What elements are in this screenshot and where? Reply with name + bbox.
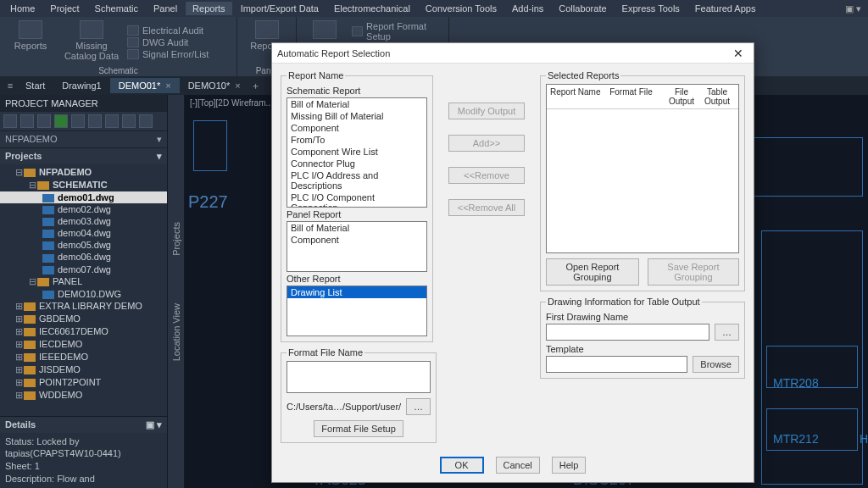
tree-folder[interactable]: ⊟PANEL (0, 275, 167, 288)
list-item-selected[interactable]: Drawing List (287, 286, 426, 298)
first-drawing-browse-button[interactable]: … (715, 324, 739, 341)
selected-reports-table[interactable]: Report Name Format File File Output Tabl… (546, 84, 739, 253)
remove-button[interactable]: <<Remove (448, 167, 525, 184)
tree-dwg[interactable]: demo04.dwg (0, 227, 167, 239)
projects-section-header[interactable]: Projects▾ (0, 147, 167, 164)
signal-error-button[interactable]: Signal Error/List (127, 48, 209, 60)
format-file-box[interactable] (287, 361, 431, 393)
dialog-titlebar[interactable]: Automatic Report Selection ✕ (272, 43, 754, 64)
dwg-audit-button[interactable]: DWG Audit (127, 36, 209, 48)
side-tab-projects[interactable]: Projects (170, 215, 183, 263)
modify-output-button[interactable]: Modify Output (448, 103, 525, 119)
list-item[interactable]: Component (287, 122, 426, 134)
cancel-button[interactable]: Cancel (496, 457, 540, 474)
side-tab-location[interactable]: Location View (170, 297, 183, 368)
report-format-setup-button[interactable]: Report Format Setup (352, 20, 443, 42)
list-item[interactable]: Connector Plug (287, 158, 426, 169)
list-item[interactable]: From/To (287, 134, 426, 146)
tree-project[interactable]: ⊞EXTRA LIBRARY DEMO (0, 300, 167, 313)
details-header[interactable]: Details▣ ▾ (0, 417, 167, 433)
ribbon-tab[interactable]: Conversion Tools (419, 2, 504, 15)
doc-tab[interactable]: DEMO10*× (180, 78, 249, 93)
app-indicator[interactable]: ▣ ▾ (845, 3, 868, 14)
open-report-grouping-button[interactable]: Open Report Grouping (546, 258, 639, 286)
tree-dwg[interactable]: demo06.dwg (0, 251, 167, 263)
format-file-setup-button[interactable]: Format File Setup (314, 420, 403, 437)
list-item[interactable]: Bill of Material (287, 222, 426, 234)
pm-tool-icon[interactable] (37, 114, 51, 128)
catalog-icon (80, 20, 103, 39)
save-report-grouping-button[interactable]: Save Report Grouping (648, 258, 739, 286)
tree-dwg[interactable]: demo05.dwg (0, 239, 167, 251)
refresh-icon[interactable] (54, 114, 68, 128)
ribbon-tab[interactable]: Home (3, 2, 42, 15)
tree-project[interactable]: ⊞IEC60617DEMO (0, 325, 167, 338)
pm-tool-icon[interactable] (71, 114, 85, 128)
ribbon-tab[interactable]: Import/Export Data (234, 2, 326, 15)
ribbon-tab[interactable]: Electromechanical (327, 2, 417, 15)
tree-project[interactable]: ⊞IEEEDEMO (0, 351, 167, 363)
missing-catalog-button[interactable]: Missing Catalog Data (61, 20, 122, 64)
list-item[interactable]: Bill of Material (287, 98, 426, 110)
tree-dwg-selected[interactable]: demo01.dwg (0, 191, 167, 203)
doc-tab[interactable]: Drawing1 (53, 78, 109, 93)
ribbon-tab[interactable]: Project (43, 2, 86, 15)
reports-button[interactable]: Reports (5, 20, 56, 64)
other-report-list[interactable]: Drawing List (287, 286, 427, 336)
current-project-dropdown[interactable]: NFPADEMO ▾ (0, 130, 167, 147)
format-path-browse-button[interactable]: … (406, 398, 431, 415)
tree-project[interactable]: ⊞IECDEMO (0, 338, 167, 351)
tree-project[interactable]: ⊟NFPADEMO (0, 166, 167, 179)
list-item[interactable]: PLC I/O Address and Descriptions (287, 169, 426, 191)
tree-project[interactable]: ⊞WDDEMO (0, 389, 167, 402)
tree-dwg[interactable]: demo07.dwg (0, 263, 167, 275)
tree-dwg[interactable]: DEMO10.DWG (0, 288, 167, 300)
list-item[interactable]: Component Wire List (287, 146, 426, 158)
first-drawing-input[interactable] (546, 324, 709, 341)
view-label[interactable]: [-][Top][2D Wirefram... (190, 98, 273, 108)
ribbon-tab[interactable]: Add-ins (505, 2, 550, 15)
pm-tool-icon[interactable] (20, 114, 34, 128)
nav-hamburger-icon[interactable]: ≡ (3, 80, 17, 91)
help-button[interactable]: Help (552, 457, 587, 474)
tree-folder[interactable]: ⊟SCHEMATIC (0, 179, 167, 191)
doc-tab-active[interactable]: DEMO01*× (110, 78, 180, 93)
canvas-text: MTR208 (773, 376, 819, 390)
ribbon-tab[interactable]: Express Tools (615, 2, 687, 15)
tree-project[interactable]: ⊞GBDEMO (0, 313, 167, 325)
list-item[interactable]: PLC I/O Component Connection (287, 191, 426, 208)
tree-project[interactable]: ⊞POINT2POINT (0, 376, 167, 389)
ribbon-panel-label: Schematic (5, 64, 231, 75)
remove-all-button[interactable]: <<Remove All (448, 199, 525, 216)
ok-button[interactable]: OK (440, 457, 484, 474)
template-browse-button[interactable]: Browse (693, 356, 739, 373)
add-button[interactable]: Add>> (448, 135, 525, 152)
canvas-text: MTR212 (773, 432, 819, 446)
electrical-audit-button[interactable]: Electrical Audit (127, 25, 209, 36)
list-item[interactable]: Missing Bill of Material (287, 110, 426, 122)
pm-tool-icon[interactable] (105, 114, 119, 128)
ribbon-tab[interactable]: Schematic (88, 2, 145, 15)
ribbon-tab[interactable]: Panel (147, 2, 184, 15)
pm-tool-icon[interactable] (88, 114, 102, 128)
ribbon-tab[interactable]: Collaborate (552, 2, 613, 15)
close-icon[interactable]: × (235, 80, 240, 91)
panel-report-list[interactable]: Bill of Material Component (287, 221, 427, 272)
close-button[interactable]: ✕ (728, 47, 748, 60)
tree-project[interactable]: ⊞JISDEMO (0, 363, 167, 376)
tree-dwg[interactable]: demo02.dwg (0, 203, 167, 215)
ribbon-tab-active[interactable]: Reports (186, 2, 232, 15)
pm-tool-icon[interactable] (3, 114, 17, 128)
template-input[interactable] (546, 356, 687, 373)
tree-dwg[interactable]: demo03.dwg (0, 215, 167, 227)
ribbon-tab[interactable]: Featured Apps (688, 2, 763, 15)
close-icon[interactable]: × (165, 80, 170, 91)
list-item[interactable]: Component (287, 234, 426, 246)
pm-tool-icon[interactable] (122, 114, 136, 128)
add-tab-icon[interactable]: ＋ (249, 80, 263, 92)
schematic-report-list[interactable]: Bill of Material Missing Bill of Materia… (287, 97, 427, 208)
project-manager-title: PROJECT MANAGER (0, 95, 167, 112)
dwg-icon (42, 266, 54, 274)
pm-tool-icon[interactable] (139, 114, 153, 128)
doc-tab-start[interactable]: Start (17, 78, 53, 93)
